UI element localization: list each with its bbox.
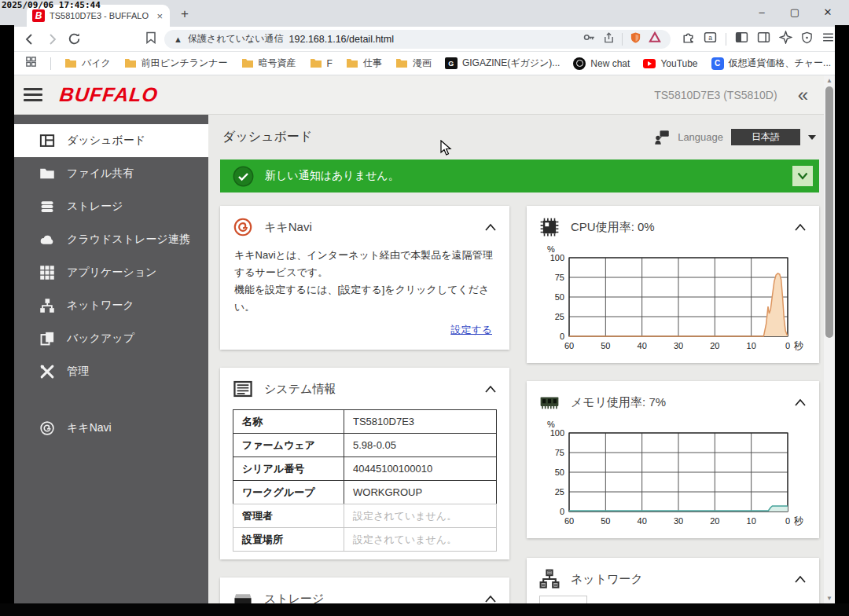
svg-text:40: 40 <box>638 516 647 526</box>
buffalo-logo: BUFFALO <box>58 83 159 106</box>
bookmark-item[interactable]: バイク <box>64 57 111 70</box>
split-screen-icon[interactable] <box>735 31 748 47</box>
new-tab-button[interactable]: + <box>181 6 189 22</box>
device-name: TS5810D7E3 (TS5810D) <box>654 89 777 101</box>
close-button[interactable]: ✕ <box>811 2 844 22</box>
share-icon[interactable] <box>603 31 615 47</box>
page-scrollbar[interactable]: ▲ ▼ <box>824 75 835 603</box>
kikinavi-description-2: 機能を設定するには、[設定する]をクリックしてください。 <box>234 281 495 316</box>
collapse-panel-icon[interactable]: « <box>798 86 808 104</box>
main-content: ダッシュボード Language 日本語 新しい通知はありません。 キキNavi… <box>208 115 824 603</box>
notification-banner: 新しい通知はありません。 <box>220 160 819 192</box>
memory-chart: 60504030201000255075100%秒 <box>527 412 819 537</box>
sidebar-item-network[interactable]: ネットワーク <box>14 289 208 322</box>
network-nodes-icon <box>539 569 560 589</box>
bookmark-item[interactable]: GGIGAZINE(ギガジン)... <box>445 57 560 70</box>
bookmark-item[interactable]: New chat <box>573 57 630 70</box>
cpu-chip-icon <box>539 217 560 237</box>
sidebar-item-dashboard[interactable]: ダッシュボード <box>14 124 208 157</box>
bookmark-item[interactable]: 仕事 <box>346 57 382 70</box>
bookmarks-bar: バイク 前田ピンチランナー 暗号資産 F 仕事 漫画 GGIGAZINE(ギガジ… <box>14 52 835 75</box>
system-info-card: システム情報 名称TS5810D7E3 ファームウェア5.98-0.05 シリア… <box>220 368 509 559</box>
not-secure-warning-icon[interactable]: ▲ <box>174 35 182 44</box>
sidebar-item-applications[interactable]: アプリケーション <box>14 256 208 289</box>
desktop-edge-right <box>835 25 849 616</box>
system-info-table: 名称TS5810D7E3 ファームウェア5.98-0.05 シリアル番号4044… <box>233 409 497 552</box>
maximize-button[interactable]: ▢ <box>778 2 811 22</box>
collapse-chevron-icon[interactable] <box>484 595 497 603</box>
extension-triangle-icon[interactable] <box>649 31 661 46</box>
extension-shield-icon[interactable] <box>630 31 641 47</box>
bookmark-item[interactable]: YouTube <box>643 57 697 70</box>
sidebar-item-kikinavi[interactable]: キキNavi <box>14 412 208 445</box>
table-row: 管理者設定されていません。 <box>233 504 497 528</box>
scroll-up-icon[interactable]: ▲ <box>824 75 835 86</box>
collapse-chevron-icon[interactable] <box>794 398 807 407</box>
svg-text:100: 100 <box>550 253 564 262</box>
sidebar-panel-icon[interactable] <box>757 31 770 47</box>
youtube-icon <box>643 57 656 70</box>
tab-close-icon[interactable]: × <box>155 10 164 22</box>
scrollbar-thumb[interactable] <box>825 86 833 338</box>
browser-shield-icon[interactable] <box>801 31 813 47</box>
svg-text:50: 50 <box>601 516 610 526</box>
sidebar-item-management[interactable]: 管理 <box>14 355 208 388</box>
svg-text:10: 10 <box>747 341 756 350</box>
osd-timestamp: 2025/09/06 17:45:44 <box>2 0 101 10</box>
kikinavi-swirl-icon <box>233 217 253 237</box>
svg-text:20: 20 <box>710 341 719 350</box>
security-label[interactable]: 保護されていない通信 <box>188 32 284 46</box>
bookmark-item[interactable]: C仮想通貨価格、チャー... <box>711 57 832 70</box>
sidebar-item-storage[interactable]: ストレージ <box>14 190 208 223</box>
url-text[interactable]: 192.168.1.16/detail.html <box>289 34 577 45</box>
language-dropdown-caret-icon[interactable] <box>808 135 816 140</box>
bookmark-item[interactable]: F <box>310 57 333 70</box>
minimize-button[interactable]: – <box>745 2 778 22</box>
folder-icon <box>395 57 408 70</box>
bookmark-item[interactable]: 暗号資産 <box>241 57 296 70</box>
browser-tab-strip: B TS5810D7E3 - BUFFALO TeraStat... × + –… <box>0 0 849 27</box>
tools-icon <box>39 364 55 380</box>
svg-text:25: 25 <box>555 312 564 321</box>
sidebar-item-cloud-storage[interactable]: クラウドストレージ連携 <box>14 223 208 256</box>
backup-copy-icon <box>39 331 55 346</box>
collapse-chevron-icon[interactable] <box>484 223 497 232</box>
mouse-cursor <box>440 140 454 157</box>
table-row: シリアル番号40445100100010 <box>233 456 497 481</box>
svg-text:50: 50 <box>555 292 564 302</box>
collapse-chevron-icon[interactable] <box>794 223 807 232</box>
desktop-edge-bottom <box>0 603 849 616</box>
sidebar-item-backup[interactable]: バックアップ <box>14 322 208 355</box>
svg-text:60: 60 <box>564 341 574 350</box>
svg-text:60: 60 <box>564 516 574 526</box>
scroll-down-icon[interactable]: ▼ <box>824 593 835 603</box>
reload-icon[interactable] <box>68 32 81 46</box>
svg-text:10: 10 <box>747 516 756 526</box>
chatgpt-icon <box>573 57 586 70</box>
address-bar[interactable]: ▲ 保護されていない通信 192.168.1.16/detail.html <box>164 30 671 49</box>
collapse-chevron-icon[interactable] <box>484 385 497 394</box>
svg-text:40: 40 <box>638 341 647 350</box>
check-circle-icon <box>233 166 254 187</box>
bookmark-item[interactable]: 前田ピンチランナー <box>124 57 228 70</box>
language-value-button[interactable]: 日本語 <box>731 129 800 145</box>
collapse-chevron-icon[interactable] <box>794 575 807 584</box>
window-controls: – ▢ ✕ <box>745 2 844 22</box>
menu-icon[interactable] <box>821 31 835 47</box>
password-key-icon[interactable] <box>583 31 596 47</box>
copilot-sparkle-icon[interactable] <box>779 31 792 47</box>
bookmark-item[interactable]: 漫画 <box>395 57 432 70</box>
kikinavi-configure-link[interactable]: 設定する <box>450 324 492 336</box>
search-box-icon[interactable]: a <box>704 31 717 47</box>
back-icon[interactable] <box>24 33 36 46</box>
svg-text:30: 30 <box>674 341 683 350</box>
apps-grid-icon <box>39 265 55 280</box>
notification-expand-button[interactable] <box>792 166 813 186</box>
sidebar-item-file-sharing[interactable]: ファイル共有 <box>14 157 208 190</box>
forward-icon[interactable] <box>46 33 58 46</box>
apps-grid-icon[interactable] <box>25 56 37 71</box>
card-title: キキNavi <box>264 220 473 235</box>
bookmark-icon[interactable] <box>145 31 156 47</box>
app-menu-icon[interactable] <box>24 88 42 101</box>
extensions-icon[interactable] <box>682 31 695 47</box>
